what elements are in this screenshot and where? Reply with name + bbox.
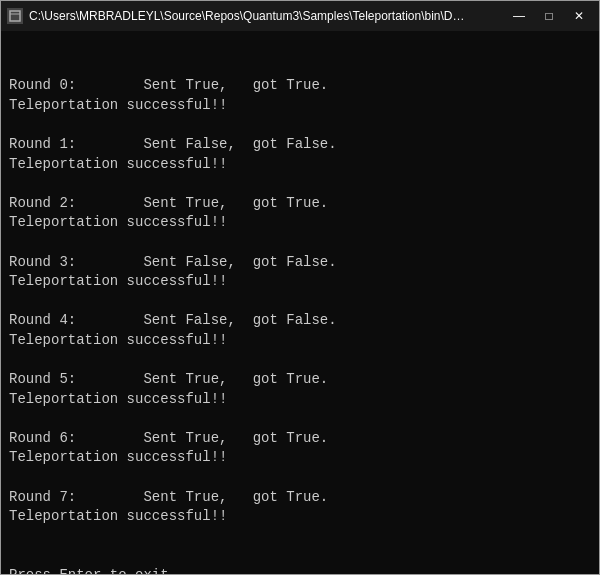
console-line — [9, 233, 591, 253]
console-line — [9, 468, 591, 488]
console-line: Round 1: Sent False, got False. — [9, 135, 591, 155]
console-line: Round 3: Sent False, got False. — [9, 253, 591, 273]
maximize-button[interactable]: □ — [535, 6, 563, 26]
window: C:\Users\MRBRADLEYL\Source\Repos\Quantum… — [0, 0, 600, 575]
console-line: Teleportation successful!! — [9, 507, 591, 527]
console-line: Teleportation successful!! — [9, 213, 591, 233]
console-output: Round 0: Sent True, got True.Teleportati… — [1, 31, 599, 574]
svg-rect-0 — [10, 11, 20, 21]
console-line: Round 4: Sent False, got False. — [9, 311, 591, 331]
console-line: Teleportation successful!! — [9, 272, 591, 292]
console-line: Round 7: Sent True, got True. — [9, 488, 591, 508]
console-line: Press Enter to exit... — [9, 566, 591, 574]
console-line — [9, 527, 591, 547]
console-line — [9, 115, 591, 135]
console-line: Round 6: Sent True, got True. — [9, 429, 591, 449]
app-icon — [7, 8, 23, 24]
minimize-button[interactable]: — — [505, 6, 533, 26]
console-line — [9, 409, 591, 429]
console-line: Round 2: Sent True, got True. — [9, 194, 591, 214]
window-title: C:\Users\MRBRADLEYL\Source\Repos\Quantum… — [29, 9, 469, 23]
console-line: Teleportation successful!! — [9, 155, 591, 175]
console-line — [9, 546, 591, 566]
console-line: Teleportation successful!! — [9, 448, 591, 468]
console-line — [9, 174, 591, 194]
console-line: Teleportation successful!! — [9, 96, 591, 116]
console-line: Teleportation successful!! — [9, 331, 591, 351]
console-line — [9, 292, 591, 312]
title-bar-buttons: — □ ✕ — [505, 6, 593, 26]
console-line: Teleportation successful!! — [9, 390, 591, 410]
console-line — [9, 351, 591, 371]
console-line: Round 5: Sent True, got True. — [9, 370, 591, 390]
title-bar: C:\Users\MRBRADLEYL\Source\Repos\Quantum… — [1, 1, 599, 31]
close-button[interactable]: ✕ — [565, 6, 593, 26]
console-line: Round 0: Sent True, got True. — [9, 76, 591, 96]
title-bar-left: C:\Users\MRBRADLEYL\Source\Repos\Quantum… — [7, 8, 469, 24]
